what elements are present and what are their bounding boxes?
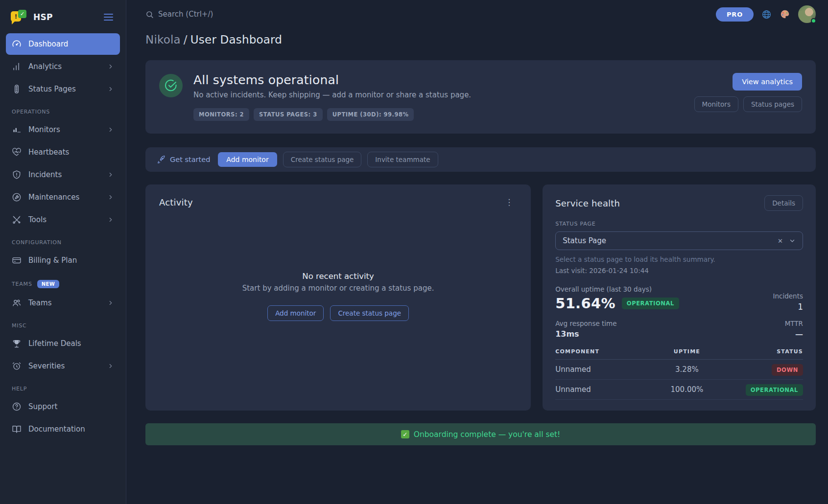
help-circle-icon xyxy=(12,402,22,412)
chevron-right-icon xyxy=(107,194,114,201)
sidebar-item-analytics[interactable]: Analytics xyxy=(6,56,120,77)
app-root: ! ✓ HSP Dashboard Analytics Status Pages… xyxy=(0,0,828,504)
search-icon xyxy=(145,10,154,19)
sidebar-item-label: Analytics xyxy=(28,62,100,71)
select-helper-text: Select a status page to load its health … xyxy=(555,255,803,263)
activity-empty-state: No recent activity Start by adding a mon… xyxy=(159,208,517,399)
overall-uptime-block: Overall uptime (last 30 days) 51.64% OPE… xyxy=(555,285,679,312)
theme-palette-icon[interactable] xyxy=(780,9,790,20)
logo-check-icon: ✓ xyxy=(18,10,26,18)
component-name: Unnamed xyxy=(555,385,648,394)
breadcrumb-parent[interactable]: Nikola xyxy=(145,33,181,46)
dashboard-cards-row: Activity ⋮ No recent activity Start by a… xyxy=(145,184,816,411)
activity-card: Activity ⋮ No recent activity Start by a… xyxy=(145,184,531,411)
sidebar-item-label: Documentation xyxy=(28,425,114,434)
component-uptime: 3.28% xyxy=(648,365,726,374)
status-page-select[interactable]: Status Page ✕ xyxy=(555,231,803,250)
view-analytics-button[interactable]: View analytics xyxy=(733,73,802,91)
sidebar-item-support[interactable]: Support xyxy=(6,396,120,417)
table-row[interactable]: Unnamed 3.28% DOWN xyxy=(555,360,803,380)
sidebar-item-lifetime-deals[interactable]: Lifetime Deals xyxy=(6,333,120,354)
incidents-block: Incidents 1 xyxy=(773,292,803,312)
empty-create-status-page-button[interactable]: Create status page xyxy=(330,305,409,321)
sidebar-toggle-button[interactable] xyxy=(102,12,115,23)
sidebar-item-dashboard[interactable]: Dashboard xyxy=(6,33,120,55)
kebab-menu-icon[interactable]: ⋮ xyxy=(501,196,517,208)
sidebar-section-teams-label: TEAMS xyxy=(12,281,32,287)
uptime-30d-badge: UPTIME (30D): 99.98% xyxy=(327,108,414,121)
chevron-right-icon xyxy=(107,171,114,178)
plan-badge[interactable]: PRO xyxy=(716,7,754,22)
sidebar-item-documentation[interactable]: Documentation xyxy=(6,418,120,440)
search-input[interactable]: Search (Ctrl+/) xyxy=(145,10,716,19)
incidents-value: 1 xyxy=(773,302,803,312)
create-status-page-button[interactable]: Create status page xyxy=(283,152,362,167)
mttr-label: MTTR xyxy=(785,320,803,327)
brand-name: HSP xyxy=(33,12,102,22)
users-icon xyxy=(12,298,22,308)
trophy-icon xyxy=(12,339,22,348)
empty-state-title: No recent activity xyxy=(302,272,374,281)
sidebar-item-teams[interactable]: Teams xyxy=(6,292,120,314)
chevron-right-icon xyxy=(107,299,114,306)
sidebar: ! ✓ HSP Dashboard Analytics Status Pages… xyxy=(0,0,126,504)
monitors-chart-icon xyxy=(12,125,22,135)
sidebar-item-label: Dashboard xyxy=(28,40,114,48)
credit-card-icon xyxy=(12,255,22,265)
hero-subtitle: No active incidents. Keep shipping — add… xyxy=(193,91,684,99)
add-monitor-button[interactable]: Add monitor xyxy=(218,152,277,167)
sidebar-item-heartbeats[interactable]: Heartbeats xyxy=(6,141,120,163)
col-component: COMPONENT xyxy=(555,348,648,355)
table-row[interactable]: Unnamed 100.00% OPERATIONAL xyxy=(555,380,803,400)
wrench-circle-icon xyxy=(12,192,22,202)
status-pages-button[interactable]: Status pages xyxy=(743,96,802,112)
breadcrumb: Nikola/User Dashboard xyxy=(145,33,816,46)
sidebar-item-label: Tools xyxy=(28,215,100,224)
rocket-icon xyxy=(157,156,166,164)
sidebar-item-label: Maintenances xyxy=(28,193,100,202)
sidebar-section-operations: OPERATIONS xyxy=(6,101,120,119)
sidebar-item-label: Teams xyxy=(28,298,100,307)
get-started-bar: Get started Add monitor Create status pa… xyxy=(145,147,816,172)
uptime-stats-row: Overall uptime (last 30 days) 51.64% OPE… xyxy=(555,285,803,312)
hero-card: All systems operational No active incide… xyxy=(145,60,816,134)
uptime-status-badge: OPERATIONAL xyxy=(622,298,679,309)
empty-add-monitor-button[interactable]: Add monitor xyxy=(267,305,324,321)
main-content: Search (Ctrl+/) PRO Nikola/User Dashboar… xyxy=(126,0,828,504)
last-visit-text: Last visit: 2026-01-24 10:44 xyxy=(555,267,803,275)
sidebar-section-configuration: CONFIGURATION xyxy=(6,231,120,250)
get-started-label-wrap: Get started xyxy=(157,156,210,164)
hero-stat-badges: MONITORS: 2 STATUS PAGES: 3 UPTIME (30D)… xyxy=(193,108,684,121)
avg-response-block: Avg response time 13ms xyxy=(555,320,616,339)
overall-uptime-value: 51.64% xyxy=(555,295,615,312)
components-table-header: COMPONENT UPTIME STATUS xyxy=(555,348,803,360)
monitors-button[interactable]: Monitors xyxy=(694,96,738,112)
book-open-icon xyxy=(12,424,22,434)
sidebar-item-maintenances[interactable]: Maintenances xyxy=(6,186,120,208)
shield-alert-icon xyxy=(12,170,22,180)
language-globe-icon[interactable] xyxy=(761,9,772,20)
sidebar-item-label: Status Pages xyxy=(28,85,100,93)
user-avatar[interactable] xyxy=(798,5,816,23)
heart-pulse-icon xyxy=(12,147,22,157)
service-health-card: Service health Details STATUS PAGE Statu… xyxy=(543,184,816,411)
bar-chart-icon xyxy=(12,62,22,71)
invite-teammate-button[interactable]: Invite teammate xyxy=(367,152,438,167)
sidebar-item-monitors[interactable]: Monitors xyxy=(6,119,120,140)
overall-uptime-label: Overall uptime (last 30 days) xyxy=(555,285,679,293)
chevron-right-icon xyxy=(107,63,114,70)
sidebar-item-severities[interactable]: Severities xyxy=(6,355,120,377)
sidebar-item-tools[interactable]: Tools xyxy=(6,209,120,230)
service-health-header: Service health Details xyxy=(555,195,803,211)
details-button[interactable]: Details xyxy=(764,195,803,211)
new-badge: NEW xyxy=(37,280,60,288)
sidebar-item-label: Heartbeats xyxy=(28,148,114,157)
app-logo-icon: ! ✓ xyxy=(11,10,27,24)
sidebar-item-status-pages[interactable]: Status Pages xyxy=(6,78,120,100)
sidebar-item-billing[interactable]: Billing & Plan xyxy=(6,250,120,271)
chevron-down-icon[interactable] xyxy=(789,237,796,244)
monitors-count-badge: MONITORS: 2 xyxy=(193,108,249,121)
clear-selection-icon[interactable]: ✕ xyxy=(778,237,783,245)
sidebar-item-incidents[interactable]: Incidents xyxy=(6,164,120,185)
status-page-selected-value: Status Page xyxy=(563,236,778,245)
